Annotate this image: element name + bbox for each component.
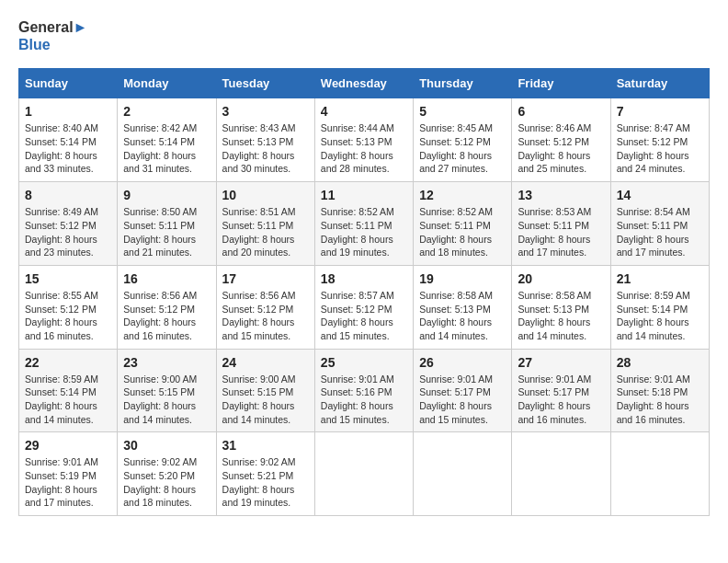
day-number: 16 [123, 271, 210, 286]
day-info: Sunrise: 8:58 AM Sunset: 5:13 PM Dayligh… [419, 289, 506, 343]
day-info: Sunrise: 8:56 AM Sunset: 5:12 PM Dayligh… [222, 289, 309, 343]
day-number: 29 [25, 438, 111, 453]
day-number: 9 [123, 188, 210, 202]
day-number: 23 [123, 355, 210, 370]
calendar-cell: 10 Sunrise: 8:51 AM Sunset: 5:11 PM Dayl… [216, 182, 314, 266]
calendar-cell: 23 Sunrise: 9:00 AM Sunset: 5:15 PM Dayl… [118, 349, 216, 432]
calendar-cell: 22 Sunrise: 8:59 AM Sunset: 5:14 PM Dayl… [19, 349, 118, 432]
calendar-cell: 15 Sunrise: 8:55 AM Sunset: 5:12 PM Dayl… [19, 265, 118, 349]
calendar-cell: 28 Sunrise: 9:01 AM Sunset: 5:18 PM Dayl… [610, 349, 709, 432]
day-number: 26 [419, 355, 506, 370]
day-info: Sunrise: 8:40 AM Sunset: 5:14 PM Dayligh… [25, 121, 111, 176]
day-number: 28 [617, 355, 703, 370]
day-info: Sunrise: 8:50 AM Sunset: 5:11 PM Dayligh… [123, 205, 210, 259]
day-number: 22 [25, 355, 111, 370]
calendar-cell: 6 Sunrise: 8:46 AM Sunset: 5:12 PM Dayli… [512, 98, 610, 182]
day-info: Sunrise: 8:59 AM Sunset: 5:14 PM Dayligh… [617, 289, 703, 343]
calendar-cell [314, 432, 413, 516]
calendar-cell [610, 432, 709, 516]
calendar-table: SundayMondayTuesdayWednesdayThursdayFrid… [18, 68, 710, 516]
logo-text: General► Blue [18, 18, 87, 53]
day-info: Sunrise: 9:01 AM Sunset: 5:17 PM Dayligh… [419, 373, 506, 427]
day-number: 17 [222, 271, 309, 286]
day-info: Sunrise: 9:02 AM Sunset: 5:21 PM Dayligh… [222, 455, 309, 510]
day-number: 30 [123, 438, 210, 453]
calendar-cell: 31 Sunrise: 9:02 AM Sunset: 5:21 PM Dayl… [216, 432, 314, 516]
day-number: 27 [518, 355, 604, 370]
calendar-cell: 11 Sunrise: 8:52 AM Sunset: 5:11 PM Dayl… [314, 182, 413, 266]
calendar-cell: 17 Sunrise: 8:56 AM Sunset: 5:12 PM Dayl… [216, 265, 314, 349]
day-info: Sunrise: 8:54 AM Sunset: 5:11 PM Dayligh… [617, 205, 703, 259]
day-info: Sunrise: 8:53 AM Sunset: 5:11 PM Dayligh… [518, 205, 604, 259]
weekday-header: Friday [512, 69, 610, 98]
logo: General► Blue [18, 18, 87, 53]
calendar-week-row: 8 Sunrise: 8:49 AM Sunset: 5:12 PM Dayli… [19, 182, 710, 266]
day-info: Sunrise: 8:51 AM Sunset: 5:11 PM Dayligh… [222, 205, 309, 259]
day-info: Sunrise: 8:59 AM Sunset: 5:14 PM Dayligh… [25, 373, 111, 427]
calendar-cell: 8 Sunrise: 8:49 AM Sunset: 5:12 PM Dayli… [19, 182, 118, 266]
calendar-cell: 1 Sunrise: 8:40 AM Sunset: 5:14 PM Dayli… [19, 98, 118, 182]
calendar-cell: 30 Sunrise: 9:02 AM Sunset: 5:20 PM Dayl… [118, 432, 216, 516]
day-info: Sunrise: 8:49 AM Sunset: 5:12 PM Dayligh… [25, 205, 111, 259]
day-info: Sunrise: 8:43 AM Sunset: 5:13 PM Dayligh… [222, 121, 309, 176]
day-number: 20 [518, 271, 604, 286]
day-info: Sunrise: 9:01 AM Sunset: 5:17 PM Dayligh… [518, 373, 604, 427]
calendar-cell: 13 Sunrise: 8:53 AM Sunset: 5:11 PM Dayl… [512, 182, 610, 266]
weekday-header: Wednesday [314, 69, 413, 98]
day-number: 7 [617, 104, 703, 119]
calendar-cell: 2 Sunrise: 8:42 AM Sunset: 5:14 PM Dayli… [118, 98, 216, 182]
day-info: Sunrise: 9:00 AM Sunset: 5:15 PM Dayligh… [222, 373, 309, 427]
day-info: Sunrise: 9:01 AM Sunset: 5:16 PM Dayligh… [321, 373, 407, 427]
calendar-cell: 21 Sunrise: 8:59 AM Sunset: 5:14 PM Dayl… [610, 265, 709, 349]
weekday-header: Tuesday [216, 69, 314, 98]
calendar-week-row: 15 Sunrise: 8:55 AM Sunset: 5:12 PM Dayl… [19, 265, 710, 349]
calendar-cell [414, 432, 512, 516]
calendar-cell: 24 Sunrise: 9:00 AM Sunset: 5:15 PM Dayl… [216, 349, 314, 432]
day-number: 18 [321, 271, 407, 286]
calendar-cell: 5 Sunrise: 8:45 AM Sunset: 5:12 PM Dayli… [414, 98, 512, 182]
day-number: 12 [419, 188, 506, 202]
day-info: Sunrise: 8:42 AM Sunset: 5:14 PM Dayligh… [123, 121, 210, 176]
calendar-cell: 12 Sunrise: 8:52 AM Sunset: 5:11 PM Dayl… [414, 182, 512, 266]
day-info: Sunrise: 8:56 AM Sunset: 5:12 PM Dayligh… [123, 289, 210, 343]
day-info: Sunrise: 8:47 AM Sunset: 5:12 PM Dayligh… [617, 121, 703, 176]
day-info: Sunrise: 9:00 AM Sunset: 5:15 PM Dayligh… [123, 373, 210, 427]
day-number: 19 [419, 271, 506, 286]
calendar-week-row: 29 Sunrise: 9:01 AM Sunset: 5:19 PM Dayl… [19, 432, 710, 516]
day-number: 13 [518, 188, 604, 202]
calendar-cell: 4 Sunrise: 8:44 AM Sunset: 5:13 PM Dayli… [314, 98, 413, 182]
day-info: Sunrise: 8:44 AM Sunset: 5:13 PM Dayligh… [321, 121, 407, 176]
calendar-cell: 29 Sunrise: 9:01 AM Sunset: 5:19 PM Dayl… [19, 432, 118, 516]
day-number: 1 [25, 104, 111, 119]
day-number: 2 [123, 104, 210, 119]
calendar-week-row: 1 Sunrise: 8:40 AM Sunset: 5:14 PM Dayli… [19, 98, 710, 182]
day-number: 15 [25, 271, 111, 286]
day-number: 24 [222, 355, 309, 370]
day-number: 31 [222, 438, 309, 453]
calendar-cell: 7 Sunrise: 8:47 AM Sunset: 5:12 PM Dayli… [610, 98, 709, 182]
day-number: 3 [222, 104, 309, 119]
day-info: Sunrise: 8:57 AM Sunset: 5:12 PM Dayligh… [321, 289, 407, 343]
calendar-cell: 27 Sunrise: 9:01 AM Sunset: 5:17 PM Dayl… [512, 349, 610, 432]
day-number: 6 [518, 104, 604, 119]
calendar-cell: 26 Sunrise: 9:01 AM Sunset: 5:17 PM Dayl… [414, 349, 512, 432]
day-number: 10 [222, 188, 309, 202]
calendar-cell: 25 Sunrise: 9:01 AM Sunset: 5:16 PM Dayl… [314, 349, 413, 432]
day-info: Sunrise: 8:55 AM Sunset: 5:12 PM Dayligh… [25, 289, 111, 343]
day-number: 8 [25, 188, 111, 202]
weekday-header: Thursday [414, 69, 512, 98]
day-number: 25 [321, 355, 407, 370]
day-info: Sunrise: 8:45 AM Sunset: 5:12 PM Dayligh… [419, 121, 506, 176]
calendar-cell: 19 Sunrise: 8:58 AM Sunset: 5:13 PM Dayl… [414, 265, 512, 349]
calendar-header-row: SundayMondayTuesdayWednesdayThursdayFrid… [19, 69, 710, 98]
calendar-week-row: 22 Sunrise: 8:59 AM Sunset: 5:14 PM Dayl… [19, 349, 710, 432]
day-info: Sunrise: 8:52 AM Sunset: 5:11 PM Dayligh… [321, 205, 407, 259]
calendar-cell: 20 Sunrise: 8:58 AM Sunset: 5:13 PM Dayl… [512, 265, 610, 349]
calendar-cell [512, 432, 610, 516]
calendar-cell: 16 Sunrise: 8:56 AM Sunset: 5:12 PM Dayl… [118, 265, 216, 349]
page-header: General► Blue [18, 18, 710, 53]
calendar-cell: 9 Sunrise: 8:50 AM Sunset: 5:11 PM Dayli… [118, 182, 216, 266]
calendar-cell: 18 Sunrise: 8:57 AM Sunset: 5:12 PM Dayl… [314, 265, 413, 349]
weekday-header: Sunday [19, 69, 118, 98]
calendar-cell: 3 Sunrise: 8:43 AM Sunset: 5:13 PM Dayli… [216, 98, 314, 182]
